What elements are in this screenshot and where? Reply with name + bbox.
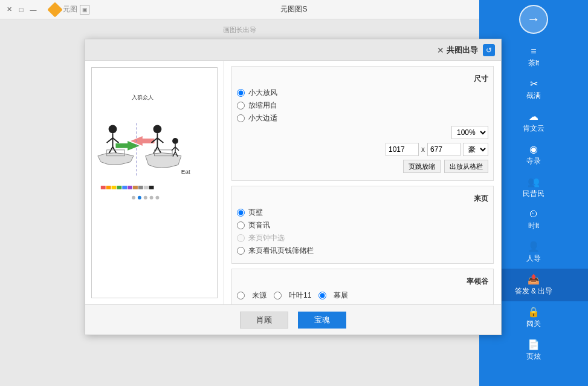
dialog-close-button[interactable]: ✕ — [435, 44, 447, 56]
page-range-option-3-radio[interactable] — [237, 234, 245, 242]
window-title: 元图图S — [280, 4, 307, 15]
page-range-option-1-label: 页壁 — [248, 208, 263, 218]
sidebar-item-label: 寺录 — [526, 156, 541, 166]
svg-line-13 — [157, 138, 163, 143]
size-option-1-label: 小大放风 — [248, 88, 277, 98]
svg-rect-25 — [101, 186, 106, 189]
logo-text: 元图 — [63, 4, 77, 15]
svg-point-3 — [109, 125, 117, 133]
logo-diamond-icon — [47, 2, 62, 17]
svg-rect-33 — [144, 186, 149, 189]
sidebar-item-page[interactable]: 📄 页炫 — [479, 334, 588, 367]
sidebar-item-label: 肯文云 — [523, 123, 544, 134]
grid-layout-button[interactable]: 出放从格栏 — [444, 160, 488, 173]
width-input[interactable] — [427, 143, 460, 156]
dialog-body: 入群众人 — [85, 61, 501, 304]
page-range-option-2-label: 页音讯 — [248, 220, 270, 231]
page-range-option-3-row: 来页钟中选 — [237, 233, 488, 243]
size-option-2-row: 放缩用自 — [237, 100, 488, 111]
svg-rect-32 — [138, 186, 143, 189]
height-input[interactable] — [386, 143, 419, 156]
size-option-2-radio[interactable] — [237, 102, 245, 110]
svg-point-39 — [155, 196, 159, 200]
ok-button[interactable]: 宝魂 — [298, 312, 346, 329]
size-section: 尺寸 小大放风 放缩用自 小大边适 100% — [231, 66, 494, 181]
page-range-option-4-radio[interactable] — [237, 247, 245, 255]
settings-panel: 尺寸 小大放风 放缩用自 小大边适 100% — [224, 61, 501, 304]
size-option-3-row: 小大边适 — [237, 113, 488, 123]
svg-point-35 — [132, 196, 135, 200]
cancel-button[interactable]: 肖顾 — [240, 312, 288, 329]
sidebar-item-label: 时lt — [528, 221, 539, 231]
sidebar-item-label: 答发 & 出导 — [515, 286, 553, 296]
cut-icon: ✂ — [530, 78, 538, 90]
svg-point-38 — [150, 196, 153, 200]
minimize-button[interactable]: — — [29, 5, 37, 14]
page-icon: 📄 — [528, 339, 540, 350]
dimensions-row: x 豪 — [237, 143, 488, 156]
svg-rect-29 — [122, 186, 127, 189]
x-separator: x — [421, 145, 425, 154]
top-label-1: 画图长出导 — [223, 25, 256, 34]
scale-dropdown-row: 100% 75% 50% — [237, 126, 488, 139]
export-dialog: ✕ 共图出导 ↺ 入群众人 — [85, 39, 502, 335]
size-option-1-radio[interactable] — [237, 89, 245, 97]
page-range-option-2-row: 页音讯 — [237, 220, 488, 231]
size-option-1-row: 小大放风 — [237, 88, 488, 98]
svg-line-6 — [113, 138, 119, 143]
preview-panel: 入群众人 — [85, 61, 224, 304]
lock-icon: 🔒 — [528, 306, 540, 318]
record-icon: ◉ — [529, 143, 538, 155]
size-option-3-label: 小大边适 — [248, 113, 277, 123]
size-option-2-label: 放缩用自 — [248, 100, 277, 111]
size-option-3-radio[interactable] — [237, 114, 245, 122]
page-layout-button[interactable]: 页跳放缩 — [403, 160, 441, 173]
output-opt-1-radio[interactable] — [318, 292, 326, 299]
unit-dropdown[interactable]: 豪 — [463, 143, 488, 156]
cloud-icon: ☁ — [529, 111, 538, 122]
sidebar-item-label: 截满 — [526, 91, 541, 101]
svg-line-20 — [172, 147, 175, 151]
output-opt-2-label: 叶叶11 — [289, 290, 311, 301]
output-opt-2-radio[interactable] — [274, 292, 282, 299]
scale-dropdown[interactable]: 100% 75% 50% — [451, 126, 488, 139]
page-range-option-2-radio[interactable] — [237, 221, 245, 229]
dialog-refresh-button[interactable]: ↺ — [483, 44, 495, 56]
page-range-title: 来页 — [237, 194, 488, 204]
svg-rect-26 — [106, 186, 111, 189]
svg-point-36 — [138, 196, 141, 200]
page-range-option-4-row: 来页看讯页钱筛储栏 — [237, 246, 488, 256]
people-icon: 👥 — [528, 176, 540, 188]
output-opt-1-label: 幕展 — [334, 290, 348, 301]
app-logo: 元图 ▣ — [50, 4, 89, 15]
svg-text:Eat: Eat — [181, 168, 190, 175]
size-buttons-row: 页跳放缩 出放从格栏 — [237, 160, 488, 173]
dialog-header: ✕ 共图出导 ↺ — [85, 39, 501, 61]
svg-point-37 — [144, 196, 147, 200]
arrow-right-icon: → — [527, 11, 540, 27]
sidebar-item-label: 民昔民 — [523, 189, 544, 199]
dialog-title: 共图出导 — [447, 45, 478, 56]
time-icon: ⏲ — [529, 209, 538, 220]
output-section-title: 率领谷 — [237, 276, 488, 287]
svg-rect-28 — [117, 186, 121, 189]
svg-rect-30 — [128, 186, 132, 189]
sidebar-item-label: 人导 — [526, 254, 541, 264]
output-section: 率领谷 幕展 叶叶11 来源 义宝目 ▲ — [231, 269, 494, 304]
page-range-option-3-label: 来页钟中选 — [248, 233, 285, 243]
page-range-option-4-label: 来页看讯页钱筛储栏 — [248, 246, 314, 256]
size-section-title: 尺寸 — [237, 74, 488, 84]
close-button[interactable]: ✕ — [5, 5, 13, 14]
svg-text:入群众人: 入群众人 — [132, 94, 153, 100]
output-opt-3-radio[interactable] — [237, 292, 245, 299]
preview-box: 入群众人 — [91, 67, 218, 298]
sidebar-item-label: 阔关 — [526, 319, 541, 329]
sidebar-item-label: 页炫 — [526, 352, 541, 362]
export-icon: 📤 — [528, 273, 540, 285]
maximize-button[interactable]: □ — [17, 5, 25, 14]
page-range-option-1-radio[interactable] — [237, 209, 245, 217]
svg-point-10 — [153, 125, 162, 133]
output-opt-3-label: 来源 — [252, 290, 267, 301]
sidebar-top-arrow-button[interactable]: → — [519, 5, 548, 34]
sidebar-item-label: 茶lt — [528, 58, 539, 68]
